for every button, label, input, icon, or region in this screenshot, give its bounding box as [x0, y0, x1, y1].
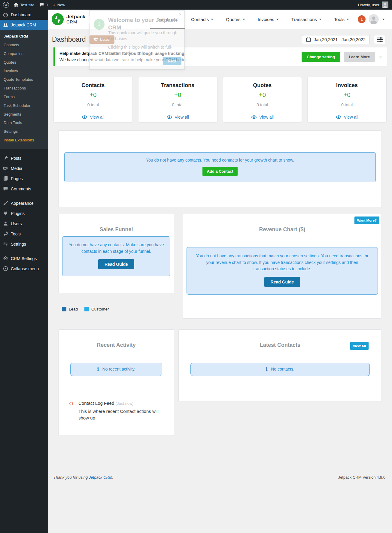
sidebar-item-label: Plugins: [11, 211, 25, 216]
growth-empty-message: You do not have any contacts. You need c…: [71, 157, 369, 164]
new-menu[interactable]: + New: [53, 2, 65, 8]
nav-invoices[interactable]: Invoices: [251, 10, 285, 29]
sidebar-item-comments[interactable]: Comments: [0, 184, 48, 194]
jetpack-crm-footer-link[interactable]: Jetpack CRM: [89, 475, 112, 480]
contacts-empty-message: No contacts.: [271, 366, 294, 373]
sales-funnel-title: Sales Funnel: [59, 214, 174, 233]
dashboard-icon: [3, 12, 8, 17]
sidebar-item-jetpack-crm[interactable]: Jetpack CRM: [0, 20, 48, 30]
comments-bubble[interactable]: 0: [39, 3, 48, 7]
read-guide-button[interactable]: Read Guide: [98, 259, 134, 269]
submenu-quotes[interactable]: Quotes: [0, 58, 48, 67]
sidebar-item-crm-settings[interactable]: CRM Settings: [0, 253, 48, 264]
main-content: Jetpack CRM Dashboard Contacts Quotes In…: [48, 10, 392, 533]
nav-quotes[interactable]: Quotes: [220, 10, 251, 29]
tour-body-1: This quick tour will guide you through t…: [108, 30, 181, 42]
submenu-invoices[interactable]: Invoices: [0, 67, 48, 75]
submenu-task-scheduler[interactable]: Task Scheduler: [0, 101, 48, 110]
change-setting-button[interactable]: Change setting: [302, 52, 340, 62]
nav-transactions[interactable]: Transactions: [285, 10, 328, 29]
nav-contacts[interactable]: Contacts: [185, 10, 220, 29]
plus-icon: +: [53, 2, 56, 8]
funnel-empty-message: You do not have any contacts. Make sure …: [67, 242, 166, 255]
submenu-jetpack-crm[interactable]: Jetpack CRM: [0, 32, 48, 41]
sidebar-item-pages[interactable]: Pages: [0, 174, 48, 184]
tour-close-icon[interactable]: ×: [179, 12, 181, 17]
sidebar-item-plugins[interactable]: Plugins: [0, 208, 48, 219]
site-name: Test site: [20, 3, 35, 7]
user-avatar[interactable]: [382, 2, 388, 8]
log-title: Contact Log Feed: [78, 401, 114, 406]
view-all-link[interactable]: View all: [223, 112, 302, 122]
submenu-segments[interactable]: Segments: [0, 110, 48, 119]
submenu-data-tools[interactable]: Data Tools: [0, 119, 48, 127]
sidebar-item-media[interactable]: Media: [0, 163, 48, 174]
submenu-transactions[interactable]: Transactions: [0, 84, 48, 93]
sidebar-item-label: Jetpack CRM: [11, 23, 36, 27]
stat-card-invoices: Invoices +0 0 total View all: [307, 77, 387, 123]
chevron-down-icon: [211, 19, 213, 20]
profile-avatar[interactable]: [369, 14, 379, 24]
funnel-empty-state: You do not have any contacts. Make sure …: [62, 236, 170, 276]
date-range-picker[interactable]: Jan,20,2021 - Jan,20,2022: [302, 35, 370, 44]
sidebar-item-label: Pages: [11, 176, 23, 181]
sidebar-item-posts[interactable]: Posts: [0, 153, 48, 163]
eye-icon: [82, 115, 87, 119]
view-all-link[interactable]: View all: [308, 112, 386, 122]
close-icon[interactable]: ×: [378, 54, 382, 59]
user-icon: [3, 221, 8, 226]
notification-badge[interactable]: 1: [358, 15, 366, 23]
sidebar-item-dashboard[interactable]: Dashboard: [0, 10, 48, 20]
person-icon: [382, 2, 388, 8]
site-link[interactable]: Test site: [14, 3, 35, 7]
view-all-button[interactable]: View All: [350, 342, 369, 350]
recent-activity-panel: Recent Activity i No recent activity. Co…: [58, 329, 174, 435]
submenu-contacts[interactable]: Contacts: [0, 41, 48, 50]
howdy-text[interactable]: Howdy, user: [358, 3, 379, 7]
wordpress-logo-icon[interactable]: W: [3, 2, 9, 8]
sidebar-item-label: Dashboard: [11, 12, 32, 17]
revenue-chart-panel: Want More? Revenue Chart ($) You do not …: [183, 214, 382, 319]
sidebar-item-collapse-menu[interactable]: Collapse menu: [0, 264, 48, 274]
learn-more-button[interactable]: Learn More: [344, 52, 375, 62]
contact-log-feed-item: Contact Log Feed (Just now) This is wher…: [69, 401, 168, 421]
tour-popup: × 1 Welcome to your Jetpack CRM This qui…: [89, 10, 185, 70]
tour-next-button[interactable]: Next: [163, 57, 181, 65]
sidebar-item-users[interactable]: Users: [0, 219, 48, 229]
read-guide-button[interactable]: Read Guide: [264, 277, 300, 287]
growth-chart-panel: You do not have any contacts. You need c…: [58, 130, 382, 208]
want-more-button[interactable]: Want More?: [354, 217, 379, 224]
submenu-install-extensions[interactable]: Install Extensions: [0, 136, 48, 145]
eye-icon: [251, 115, 257, 119]
legend-label-lead: Lead: [69, 307, 78, 311]
submenu-companies[interactable]: Companies: [0, 50, 48, 58]
crm-nav: Dashboard Contacts Quotes Invoices Trans…: [150, 10, 385, 29]
jetpack-crm-logo[interactable]: Jetpack CRM: [52, 13, 85, 25]
stat-title: Transactions: [138, 77, 217, 89]
filter-button[interactable]: [374, 35, 385, 44]
contacts-empty-state: i No contacts.: [190, 363, 370, 376]
collapse-arrow-icon: [3, 266, 8, 271]
sidebar-item-tools[interactable]: Tools: [0, 229, 48, 239]
legend-swatch-lead: [62, 307, 66, 311]
activity-empty-message: No recent activity.: [102, 366, 135, 373]
plug-icon: [3, 211, 8, 216]
sidebar-item-label: Collapse menu: [11, 266, 39, 271]
submenu-quote-templates[interactable]: Quote Templates: [0, 75, 48, 84]
view-all-link[interactable]: View all: [138, 112, 217, 122]
sidebar-item-appearance[interactable]: Appearance: [0, 198, 48, 208]
view-all-link[interactable]: View all: [54, 112, 132, 122]
latest-contacts-panel: View All Latest Contacts i No contacts.: [178, 329, 382, 402]
revenue-chart-title: Revenue Chart ($): [183, 214, 381, 233]
jetpack-logo-icon: [52, 13, 64, 25]
stat-title: Invoices: [308, 77, 386, 89]
submenu-forms[interactable]: Forms: [0, 93, 48, 101]
stat-card-transactions: Transactions +0 0 total View all: [138, 77, 217, 123]
add-contact-button[interactable]: Add a Contact: [202, 167, 237, 176]
calendar-icon: [306, 37, 311, 42]
submenu-settings[interactable]: Settings: [0, 127, 48, 136]
profile-chevron-icon[interactable]: [382, 19, 385, 20]
sidebar-item-label: Comments: [11, 186, 31, 191]
sidebar-item-settings[interactable]: Settings: [0, 239, 48, 249]
nav-tools[interactable]: Tools: [328, 10, 355, 29]
